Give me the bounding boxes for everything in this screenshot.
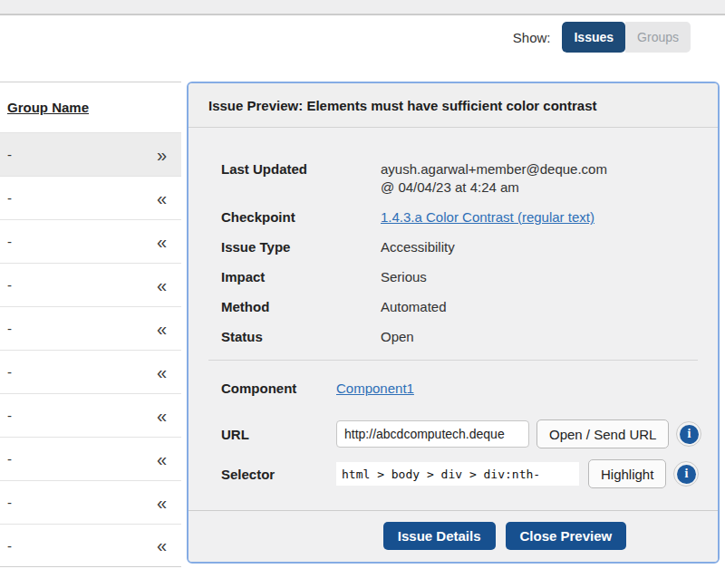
field-value: ayush.agarwal+member@deque.com @ 04/04/2… [381, 160, 621, 197]
url-info-icon[interactable]: i [676, 421, 701, 447]
issues-toggle-button[interactable]: Issues [562, 22, 625, 53]
group-name-cell: - [7, 451, 12, 467]
info-icon: i [677, 465, 696, 484]
field-label: Last Updated [221, 160, 381, 197]
show-label: Show: [513, 30, 551, 45]
table-row[interactable]: -« [0, 350, 181, 393]
groups-toggle-button[interactable]: Groups [625, 22, 691, 53]
field-row: Last Updatedayush.agarwal+member@deque.c… [188, 160, 718, 197]
table-row[interactable]: -« [0, 437, 181, 480]
table-row[interactable]: -« [0, 176, 181, 219]
group-name-sort-link[interactable]: Group Name [7, 100, 89, 115]
selector-label: Selector [221, 467, 336, 482]
group-name-cell: - [7, 364, 12, 380]
field-value: Accessibility [381, 238, 455, 256]
double-chevron-left-icon[interactable]: « [157, 233, 167, 251]
field-row: ImpactSerious [188, 268, 718, 286]
table-row[interactable]: -« [0, 263, 181, 306]
issue-details-button[interactable]: Issue Details [383, 522, 496, 550]
field-row: Issue TypeAccessibility [188, 238, 718, 256]
open-send-url-button[interactable]: Open / Send URL [536, 419, 669, 448]
field-row: Checkpoint1.4.3.a Color Contrast (regula… [188, 208, 718, 227]
checkpoint-link[interactable]: 1.4.3.a Color Contrast (regular text) [381, 208, 594, 227]
url-input[interactable] [336, 420, 529, 448]
info-icon: i [680, 425, 699, 444]
group-name-cell: - [7, 147, 12, 162]
selector-info-icon[interactable]: i [673, 461, 699, 487]
group-name-cell: - [7, 234, 12, 249]
component-row: Component Component1 [188, 381, 718, 396]
close-preview-button[interactable]: Close Preview [506, 522, 627, 550]
double-chevron-left-icon[interactable]: « [157, 494, 167, 512]
group-table: Group Name -»-«-«-«-«-«-«-«-«-« [0, 82, 181, 567]
double-chevron-left-icon[interactable]: « [157, 407, 167, 425]
group-name-cell: - [7, 408, 12, 423]
group-table-body: -»-«-«-«-«-«-«-«-«-« [0, 132, 181, 567]
field-value: Automated [381, 298, 447, 316]
field-value: Open [381, 328, 414, 346]
table-row[interactable]: -« [0, 219, 181, 263]
table-row[interactable]: -« [0, 393, 181, 437]
field-label: Checkpoint [221, 208, 381, 227]
double-chevron-right-icon[interactable]: » [157, 146, 167, 164]
field-label: Status [221, 328, 381, 346]
group-name-cell: - [7, 538, 12, 554]
table-row[interactable]: -« [0, 524, 181, 567]
show-toggle-area: Show: Issues Groups [513, 22, 691, 53]
group-name-cell: - [7, 495, 12, 510]
double-chevron-left-icon[interactable]: « [157, 320, 167, 338]
field-row: MethodAutomated [188, 298, 718, 316]
double-chevron-left-icon[interactable]: « [157, 276, 167, 294]
section-divider [208, 360, 698, 361]
table-row[interactable]: -» [0, 132, 181, 176]
component-link[interactable]: Component1 [336, 381, 414, 396]
field-value: Serious [381, 268, 427, 286]
double-chevron-left-icon[interactable]: « [157, 363, 167, 381]
group-name-cell: - [7, 190, 12, 206]
panel-fields: Last Updatedayush.agarwal+member@deque.c… [188, 160, 718, 346]
highlight-button[interactable]: Highlight [588, 459, 666, 488]
issues-groups-toggle: Issues Groups [562, 22, 691, 53]
issue-preview-body: Last Updatedayush.agarwal+member@deque.c… [188, 128, 718, 510]
table-row[interactable]: -« [0, 306, 181, 350]
selector-input[interactable] [336, 462, 579, 486]
top-divider-bar [0, 0, 725, 15]
issue-preview-footer: Issue Details Close Preview [188, 510, 718, 562]
group-table-header: Group Name [0, 82, 181, 132]
double-chevron-left-icon[interactable]: « [157, 536, 167, 554]
group-name-cell: - [7, 321, 12, 336]
field-label: Method [221, 298, 381, 316]
component-label: Component [221, 381, 336, 396]
issue-preview-title: Issue Preview: Elements must have suffic… [188, 83, 718, 128]
url-row: URL Open / Send URL i [188, 419, 718, 448]
selector-row: Selector Highlight i [188, 459, 718, 488]
double-chevron-left-icon[interactable]: « [157, 189, 167, 207]
field-label: Issue Type [221, 238, 381, 256]
group-name-cell: - [7, 277, 12, 293]
field-label: Impact [221, 268, 381, 286]
issue-preview-panel: Issue Preview: Elements must have suffic… [187, 82, 720, 564]
field-row: StatusOpen [188, 328, 718, 346]
url-label: URL [221, 427, 336, 442]
table-row[interactable]: -« [0, 480, 181, 524]
double-chevron-left-icon[interactable]: « [157, 450, 167, 468]
